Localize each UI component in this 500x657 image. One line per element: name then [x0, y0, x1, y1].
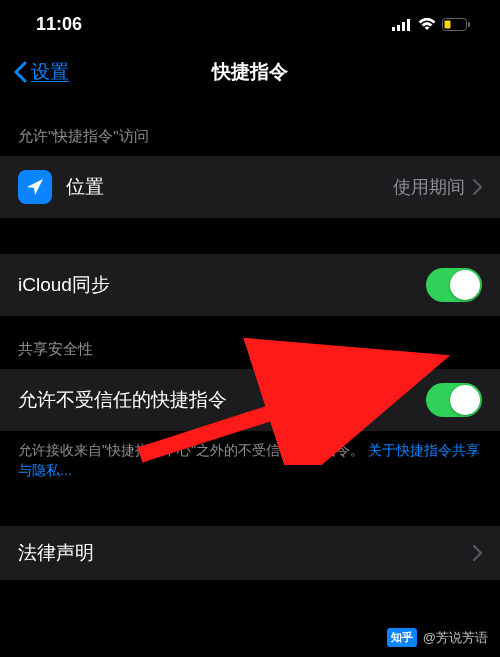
icloud-label: iCloud同步	[18, 272, 426, 298]
signal-icon	[392, 19, 412, 31]
status-time: 11:06	[36, 14, 82, 35]
legal-cell[interactable]: 法律声明	[0, 526, 500, 580]
svg-rect-0	[392, 27, 395, 31]
svg-rect-3	[407, 19, 410, 31]
page-title: 快捷指令	[212, 59, 288, 85]
section-header-access: 允许"快捷指令"访问	[0, 103, 500, 156]
svg-rect-2	[402, 22, 405, 31]
wifi-icon	[418, 18, 436, 31]
location-icon	[18, 170, 52, 204]
icloud-sync-cell[interactable]: iCloud同步	[0, 254, 500, 316]
svg-rect-1	[397, 25, 400, 31]
untrusted-shortcuts-cell[interactable]: 允许不受信任的快捷指令	[0, 369, 500, 431]
svg-rect-5	[445, 21, 451, 29]
svg-rect-6	[468, 22, 470, 27]
back-button[interactable]: 设置	[14, 59, 69, 85]
location-cell[interactable]: 位置 使用期间	[0, 156, 500, 218]
battery-icon	[442, 18, 470, 31]
chevron-left-icon	[14, 61, 27, 83]
untrusted-toggle[interactable]	[426, 383, 482, 417]
section-header-security: 共享安全性	[0, 316, 500, 369]
zhihu-logo: 知乎	[387, 628, 417, 647]
nav-header: 设置 快捷指令	[0, 45, 500, 103]
chevron-right-icon	[473, 545, 482, 561]
attribution: 知乎 @芳说芳语	[387, 628, 488, 647]
chevron-right-icon	[473, 179, 482, 195]
back-label: 设置	[31, 59, 69, 85]
legal-label: 法律声明	[18, 540, 473, 566]
status-bar: 11:06	[0, 0, 500, 45]
location-label: 位置	[66, 174, 393, 200]
status-indicators	[392, 18, 470, 31]
untrusted-footer: 允许接收来自"快捷指令中心"之外的不受信任快捷指令。 关于快捷指令共享与隐私..…	[0, 431, 500, 490]
icloud-toggle[interactable]	[426, 268, 482, 302]
untrusted-label: 允许不受信任的快捷指令	[18, 387, 426, 413]
author-name: @芳说芳语	[423, 629, 488, 647]
footer-text: 允许接收来自"快捷指令中心"之外的不受信任快捷指令。	[18, 442, 364, 458]
location-value: 使用期间	[393, 175, 465, 199]
